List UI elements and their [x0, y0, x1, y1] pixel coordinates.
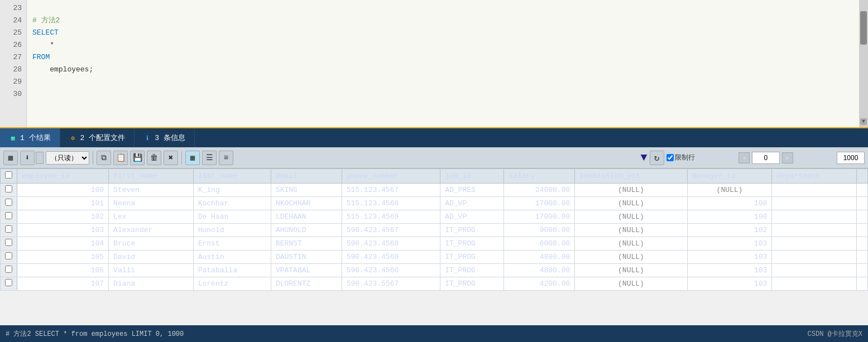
- table-cell: 107: [17, 277, 109, 291]
- tab-results[interactable]: ▦ 1 个结果: [0, 128, 60, 147]
- table-cell: IT_PROG: [440, 237, 504, 251]
- th-extra: [857, 169, 868, 184]
- table-cell: 17000.00: [504, 197, 575, 210]
- scrollbar-thumb[interactable]: [860, 11, 867, 45]
- th-job-id[interactable]: job_id: [440, 169, 504, 184]
- table-cell-extra: [857, 277, 868, 291]
- scroll-down-btn[interactable]: ▼: [860, 118, 867, 125]
- table-cell: LDEHAAN: [271, 210, 342, 224]
- row-checkbox[interactable]: [5, 266, 12, 273]
- row-checkbox[interactable]: [5, 239, 12, 246]
- row-checkbox[interactable]: [5, 225, 12, 233]
- tab-bar: ▦ 1 个结果 ⚙ 2 个配置文件 ℹ 3 条信息: [0, 127, 868, 147]
- table-cell: DAUSTIN: [271, 251, 342, 264]
- info-icon: ℹ: [143, 134, 151, 142]
- th-last-name[interactable]: last_name: [193, 169, 271, 184]
- th-checkbox[interactable]: [1, 169, 17, 184]
- readonly-select[interactable]: （只读）: [46, 151, 89, 165]
- prev-row-button[interactable]: ◀: [738, 152, 750, 163]
- table-row[interactable]: 100StevenK_ingSKING515.123.4567AD_PRES24…: [1, 184, 868, 197]
- row-checkbox[interactable]: [5, 252, 12, 259]
- table-row[interactable]: 105DavidAustinDAUSTIN590.423.4569IT_PROG…: [1, 251, 868, 264]
- table-cell: Neena: [109, 197, 194, 210]
- table-cell: AD_VP: [440, 197, 504, 210]
- dropdown-arrow[interactable]: ▼: [36, 152, 44, 164]
- vertical-scrollbar[interactable]: ▼: [859, 0, 868, 127]
- next-row-button[interactable]: ▶: [782, 152, 793, 163]
- table-cell: 106: [17, 264, 109, 277]
- separator-2: [181, 151, 182, 165]
- tab-config[interactable]: ⚙ 2 个配置文件: [60, 128, 135, 147]
- tab-config-label: 2 个配置文件: [80, 133, 126, 143]
- table-cell: [772, 184, 857, 197]
- code-content[interactable]: # 方法2 SELECT * FROM employees;: [27, 0, 868, 127]
- th-manager-id[interactable]: manager_id: [687, 169, 772, 184]
- first-row-input[interactable]: [752, 152, 780, 164]
- table-cell: 9000.00: [504, 224, 575, 237]
- table-cell-extra: [857, 237, 868, 251]
- table-cell-extra: [857, 197, 868, 210]
- export-button[interactable]: ⬇: [20, 151, 35, 165]
- code-line-26: *: [32, 39, 862, 51]
- table-cell: Diana: [109, 277, 194, 291]
- table-row[interactable]: 106ValliPataballaVPATABAL590.423.4560IT_…: [1, 264, 868, 277]
- table-row[interactable]: 107DianaLorentzDLORENTZ590.423.5567IT_PR…: [1, 277, 868, 291]
- limit-row-checkbox-label[interactable]: 限制行: [666, 153, 695, 162]
- refresh-button[interactable]: ↻: [650, 151, 664, 165]
- th-commission-pct[interactable]: commission_pct: [575, 169, 687, 184]
- table-cell: Lex: [109, 210, 194, 224]
- save-button[interactable]: 💾: [130, 151, 145, 165]
- table-cell: DLORENTZ: [271, 277, 342, 291]
- table-cell: 100: [687, 210, 772, 224]
- select-all-checkbox[interactable]: [5, 171, 12, 179]
- first-row-label: First row: [697, 153, 736, 162]
- table-cell: (NULL): [575, 237, 687, 251]
- table-cell: 100: [17, 184, 109, 197]
- status-right: CSDN @卡拉贯克X: [808, 329, 862, 339]
- table-row[interactable]: 101NeenaKochharNKOCHHAR515.123.4568AD_VP…: [1, 197, 868, 210]
- table-cell: Lorentz: [193, 277, 271, 291]
- th-email[interactable]: email: [271, 169, 342, 184]
- table-area[interactable]: employee_id first_name last_name email p…: [0, 168, 868, 325]
- table-cell: 101: [17, 197, 109, 210]
- delete-button[interactable]: 🗑: [147, 151, 161, 165]
- table-cell: 590.423.4568: [342, 237, 440, 251]
- code-line-27: FROM: [32, 51, 862, 64]
- table-cell: [772, 210, 857, 224]
- row-checkbox[interactable]: [5, 279, 12, 286]
- table-cell: Steven: [109, 184, 194, 197]
- config-icon: ⚙: [69, 134, 77, 142]
- th-first-name[interactable]: first_name: [109, 169, 194, 184]
- paste-button[interactable]: 📋: [113, 151, 128, 165]
- code-line-24: # 方法2: [32, 15, 862, 27]
- row-checkbox[interactable]: [5, 199, 12, 206]
- th-department[interactable]: department: [772, 169, 857, 184]
- table-cell: 515.123.4567: [342, 184, 440, 197]
- th-employee-id[interactable]: employee_id: [17, 169, 109, 184]
- toolbar-right: ▼ ↻ 限制行 First row ◀ ▶ # of rows: [641, 151, 865, 165]
- limit-row-checkbox[interactable]: [666, 154, 674, 161]
- text-view-button[interactable]: ≡: [219, 151, 233, 165]
- code-editor[interactable]: 23 24 25 26 27 28 29 30 # 方法2 SELECT * F…: [0, 0, 868, 127]
- th-phone-number[interactable]: phone_number: [342, 169, 440, 184]
- table-row[interactable]: 102LexDe HaanLDEHAAN515.123.4569AD_VP170…: [1, 210, 868, 224]
- table-cell: 105: [17, 251, 109, 264]
- list-view-button[interactable]: ☰: [202, 151, 217, 165]
- table-cell: 24000.00: [504, 184, 575, 197]
- table-cell: 590.423.5567: [342, 277, 440, 291]
- grid-view-button[interactable]: ▦: [3, 151, 18, 165]
- copy-button[interactable]: ⧉: [97, 151, 111, 165]
- th-salary[interactable]: salary: [504, 169, 575, 184]
- tab-info[interactable]: ℹ 3 条信息: [135, 128, 195, 147]
- table-cell: 104: [17, 237, 109, 251]
- table-row[interactable]: 103AlexanderHunoldAHUNOLD590.423.4567IT_…: [1, 224, 868, 237]
- table-cell: 103: [687, 264, 772, 277]
- status-text: # 方法2 SELECT * from employees LIMIT 0, 1…: [6, 329, 184, 339]
- row-checkbox[interactable]: [5, 185, 12, 192]
- row-checkbox[interactable]: [5, 212, 12, 219]
- table-row[interactable]: 104BruceErnstBERNST590.423.4568IT_PROG60…: [1, 237, 868, 251]
- clear-button[interactable]: ✖: [164, 151, 178, 165]
- table-view-button[interactable]: ▦: [185, 151, 200, 165]
- rows-input[interactable]: [837, 152, 865, 164]
- table-cell: (NULL): [575, 197, 687, 210]
